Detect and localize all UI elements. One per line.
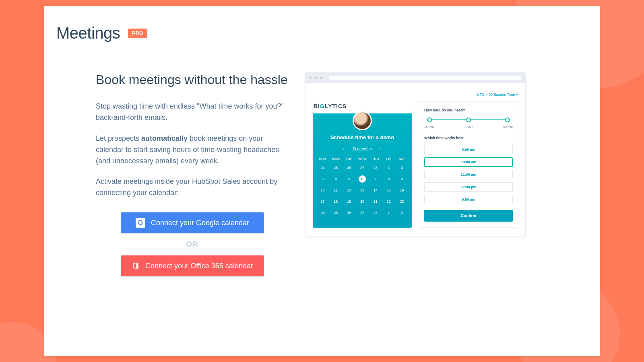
- date-cell[interactable]: 13: [356, 187, 369, 194]
- weekday-cell: FRI: [382, 157, 395, 161]
- date-cell[interactable]: 24: [316, 209, 329, 216]
- time-label: Which time works best: [424, 136, 513, 140]
- prev-month-icon[interactable]: ‹: [343, 147, 344, 151]
- weekday-cell: MON: [329, 157, 343, 161]
- date-cell[interactable]: 26: [343, 164, 356, 171]
- date-cell[interactable]: 10: [316, 187, 329, 194]
- time-slot[interactable]: 11:00 am: [424, 170, 513, 179]
- date-cell[interactable]: 25: [329, 209, 343, 216]
- confirm-button[interactable]: Confirm: [424, 210, 513, 222]
- duration-slider[interactable]: [424, 117, 513, 124]
- date-cell[interactable]: 27: [356, 164, 369, 171]
- date-cell[interactable]: 1: [382, 164, 395, 171]
- date-cell[interactable]: 2: [395, 164, 409, 171]
- window-dot-icon: [310, 76, 312, 79]
- date-cell[interactable]: 27: [356, 209, 369, 216]
- date-cell[interactable]: 26: [343, 209, 356, 216]
- date-cell[interactable]: 19: [343, 198, 356, 205]
- duration-label: How long do you need?: [424, 108, 513, 112]
- date-cell[interactable]: 14: [369, 187, 382, 194]
- time-slot[interactable]: 10:00 am: [424, 157, 513, 167]
- time-picker-card: How long do you need? 15 min30 min60 min…: [419, 101, 518, 228]
- date-cell[interactable]: 8: [382, 175, 395, 183]
- date-cell[interactable]: 28: [369, 209, 382, 216]
- time-slot-list: 9:00 am10:00 am11:00 am12:00 pm9:00 am: [424, 145, 513, 204]
- date-cell[interactable]: 23: [395, 198, 409, 205]
- date-cell[interactable]: 21: [369, 198, 382, 205]
- date-cell[interactable]: 24: [316, 164, 329, 171]
- date-cell[interactable]: 15: [382, 187, 395, 194]
- hero-p3: Activate meetings inside your HubSpot Sa…: [96, 176, 289, 199]
- date-cell[interactable]: 3: [316, 175, 329, 183]
- avatar: [353, 111, 372, 130]
- month-label: September: [353, 147, 372, 151]
- preview-browser: UTC-4:00 Eastern Time ▾ BIGLYTICS Schedu…: [305, 72, 526, 237]
- date-cell[interactable]: 25: [329, 164, 343, 171]
- date-cell[interactable]: 16: [395, 187, 409, 194]
- timezone-select[interactable]: UTC-4:00 Eastern Time ▾: [477, 93, 518, 97]
- or-separator: OR: [186, 240, 199, 249]
- weekday-cell: SUN: [316, 157, 329, 161]
- pro-badge: PRO: [128, 29, 147, 38]
- browser-chrome: [305, 73, 525, 83]
- page-title: Meetings: [56, 24, 120, 42]
- hero-copy: Book meetings without the hassle Stop wa…: [96, 72, 289, 276]
- date-cell[interactable]: 20: [356, 198, 369, 205]
- weekday-cell: WED: [356, 157, 369, 161]
- connect-office-label: Connect your Office 365 calendar: [145, 262, 253, 270]
- date-cell[interactable]: 5: [343, 175, 356, 183]
- connect-office365-button[interactable]: Connect your Office 365 calendar: [121, 255, 264, 276]
- date-cell[interactable]: 12: [343, 187, 356, 194]
- date-grid: 2425262728123456789101112131415161718192…: [316, 164, 409, 216]
- weekday-cell: TUE: [343, 157, 356, 161]
- date-cell[interactable]: 1: [382, 209, 395, 216]
- google-icon: G: [136, 218, 145, 228]
- hero-p2a: Let prospects: [96, 134, 141, 142]
- hero-p1: Stop wasting time with endless "What tim…: [96, 101, 289, 123]
- date-cell[interactable]: 7: [369, 175, 382, 183]
- connect-google-button[interactable]: G Connect your Google calendar: [121, 212, 264, 233]
- hero-p2: Let prospects automatically book meeting…: [96, 133, 289, 167]
- date-cell[interactable]: 2: [395, 209, 409, 216]
- main-card: Meetings PRO Book meetings without the h…: [44, 6, 600, 356]
- hero-heading: Book meetings without the hassle: [96, 72, 289, 87]
- duration-options: 15 min30 min60 min: [424, 125, 513, 129]
- date-cell[interactable]: 28: [369, 164, 382, 171]
- time-slot[interactable]: 9:00 am: [424, 145, 513, 154]
- weekday-cell: THU: [369, 157, 382, 161]
- duration-option[interactable]: 15 min: [424, 125, 434, 129]
- connect-google-label: Connect your Google calendar: [151, 219, 249, 227]
- date-cell[interactable]: 17: [316, 198, 329, 205]
- calendar-card: BIGLYTICS Schedule time for a demo ‹ Sep…: [313, 101, 412, 228]
- weekday-header: SUNMONTUEWEDTHUFRISAT: [316, 157, 409, 161]
- time-slot[interactable]: 12:00 pm: [424, 182, 513, 192]
- window-dot-icon: [320, 76, 323, 79]
- header: Meetings PRO: [56, 24, 588, 42]
- time-slot[interactable]: 9:00 am: [424, 195, 513, 204]
- window-dot-icon: [315, 76, 318, 79]
- date-cell[interactable]: 11: [329, 187, 343, 194]
- duration-option[interactable]: 30 min: [464, 125, 473, 129]
- duration-option[interactable]: 60 min: [503, 125, 513, 129]
- weekday-cell: SAT: [395, 157, 409, 161]
- date-cell[interactable]: 4: [329, 175, 343, 183]
- next-month-icon[interactable]: ›: [380, 147, 381, 151]
- hero-p2-strong: automatically: [141, 134, 188, 142]
- date-cell[interactable]: 9: [395, 175, 409, 183]
- office-icon: [132, 262, 140, 270]
- date-cell[interactable]: 22: [382, 198, 395, 205]
- date-cell[interactable]: 6: [359, 175, 366, 183]
- calendar-title: Schedule time for a demo: [316, 134, 409, 140]
- date-cell[interactable]: 18: [329, 198, 343, 205]
- url-bar: [329, 76, 521, 80]
